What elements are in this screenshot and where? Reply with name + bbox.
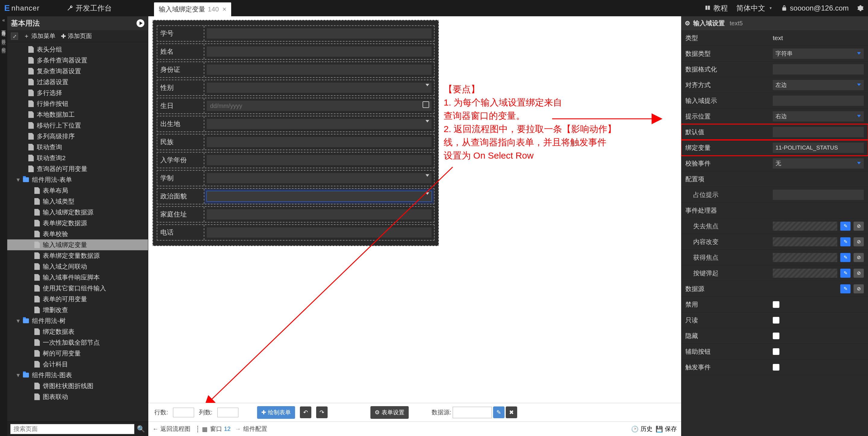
tree-item[interactable]: 表单校验 [7,229,148,239]
expand-tool[interactable] [11,33,18,40]
tree-item[interactable]: 输入域之间联动 [7,261,148,272]
field-input[interactable] [207,47,432,57]
field-input[interactable] [207,191,432,201]
field-input[interactable] [207,137,432,147]
draw-form-button[interactable]: ✚绘制表单 [257,406,295,419]
tree-folder[interactable]: ▾组件用法-图表 [7,370,148,380]
tree-item[interactable]: 表单布局 [7,185,148,196]
field-input[interactable] [207,101,432,111]
tree-item[interactable]: 增删改查 [7,304,148,315]
add-page-button[interactable]: ✚添加页面 [61,32,92,40]
form-row[interactable]: 出生地 [157,116,435,132]
tree-item[interactable]: 表单绑定数据源 [7,218,148,229]
prop-readonly[interactable]: 只读 [681,312,868,328]
checkbox[interactable] [773,348,779,355]
form-row[interactable]: 生日 [157,98,435,114]
form-row[interactable]: 政治面貌 [157,188,435,204]
tree-item[interactable]: 图表联动 [7,391,148,402]
tree-item[interactable]: 联动查询 [7,142,148,152]
settings-button[interactable] [857,5,864,11]
prop-align[interactable]: 对齐方式 [681,77,868,93]
checkbox[interactable] [773,332,779,339]
form-row[interactable]: 入学年份 [157,152,435,168]
block-icon[interactable]: ⊘ [854,253,864,262]
tab-close-icon[interactable]: × [222,5,226,13]
add-menu-button[interactable]: ＋添加菜单 [24,32,56,40]
rail-tab-page[interactable]: 页面管理 [1,24,6,33]
checkbox[interactable] [773,317,779,323]
field-input[interactable] [207,83,432,93]
prop-format[interactable]: 数据格式化 [681,61,868,77]
search-input[interactable] [10,424,134,434]
tree-item[interactable]: 一次性加载全部节点 [7,337,148,348]
field-input[interactable] [207,227,432,238]
tree-item[interactable]: 使用其它窗口组件输入 [7,283,148,294]
field-input[interactable] [207,28,432,38]
form-row[interactable]: 身份证 [157,61,435,78]
user-menu[interactable]: soooon@126.com [781,4,849,12]
prop-bind-variable[interactable]: 绑定变量 [681,140,868,155]
prop-placeholder[interactable]: 占位提示 [681,187,868,203]
prop-disable[interactable]: 禁用 [681,297,868,312]
form-settings-button[interactable]: ⚙表单设置 [370,406,409,419]
tree-folder[interactable]: ▾组件用法-表单 [7,174,148,185]
prop-hint-pos[interactable]: 提示位置 [681,109,868,124]
tree-item[interactable]: 表单的可用变量 [7,294,148,304]
prop-validate[interactable]: 校验事件 [681,155,868,171]
undo-button[interactable]: ↶ [300,406,311,418]
crumb-component[interactable]: 组件配置 [243,425,267,433]
field-input[interactable] [207,155,432,165]
prop-default[interactable]: 默认值 [681,124,868,140]
block-icon[interactable]: ⊘ [854,269,864,278]
form-row[interactable]: 姓名 [157,43,435,60]
block-icon[interactable]: ⊘ [854,284,864,293]
tree-item[interactable]: 多列高级排序 [7,131,148,142]
redo-button[interactable]: ↷ [316,406,328,418]
tree-item[interactable]: 输入域绑定变量 [7,239,148,250]
tree-item[interactable]: 输入域类型 [7,196,148,207]
prop-aux-button[interactable]: 辅助按钮 [681,344,868,359]
tree-item[interactable]: 查询器的可用变量 [7,164,148,174]
block-icon[interactable]: ⊘ [854,222,864,231]
edit-icon[interactable]: ✎ [840,222,850,231]
tab-current[interactable]: 输入域绑定变量 140 × [154,2,231,16]
datasource-edit-button[interactable]: ✎ [493,406,504,418]
field-input[interactable] [207,209,432,220]
tree-item[interactable]: 移动行上下位置 [7,120,148,131]
form-row[interactable]: 民族 [157,134,435,150]
tree-item[interactable]: 输入域绑定数据源 [7,207,148,218]
tree-item[interactable]: 树的可用变量 [7,348,148,359]
tree-item[interactable]: 表头分组 [7,44,148,55]
rail-tab-global[interactable]: 全局配置 [1,41,6,50]
form-row[interactable]: 家庭住址 [157,206,435,223]
edit-icon[interactable]: ✎ [840,269,850,278]
form-row[interactable]: 学号 [157,25,435,41]
form-row[interactable]: 电话 [157,224,435,241]
history-button[interactable]: 🕑历史 [631,425,652,433]
back-to-flow[interactable]: ←返回流程图 [153,425,190,433]
tree-item[interactable]: 联动查询2 [7,152,148,164]
tree-item[interactable]: 会计科目 [7,359,148,370]
language-selector[interactable]: 简体中文 ▼ [736,3,772,13]
checkbox[interactable] [773,364,779,371]
checkbox[interactable] [773,301,779,308]
field-input[interactable] [207,64,432,75]
crumb-window-id[interactable]: 12 [224,426,230,432]
rail-tab-component[interactable]: 组件导航 [1,33,6,41]
field-input[interactable] [207,173,432,183]
save-button[interactable]: 💾保存 [655,425,677,433]
tree-item[interactable]: 输入域事件响应脚本 [7,272,148,283]
prop-trigger[interactable]: 触发事件 [681,359,868,375]
tree-item[interactable]: 多行选择 [7,87,148,98]
tree-item[interactable]: 复杂查询器设置 [7,66,148,77]
edit-icon[interactable]: ✎ [840,253,850,262]
block-icon[interactable]: ⊘ [854,237,864,246]
cols-input[interactable] [217,408,239,417]
tree-item[interactable]: 本地数据加工 [7,109,148,120]
tree-item[interactable]: 表单绑定变量数据源 [7,250,148,261]
form-row[interactable]: 学制 [157,170,435,186]
datasource-input[interactable] [453,407,492,418]
tree-item[interactable]: 绑定数据表 [7,326,148,337]
rows-input[interactable] [173,408,194,417]
tree-folder[interactable]: ▾组件用法-树 [7,315,148,326]
